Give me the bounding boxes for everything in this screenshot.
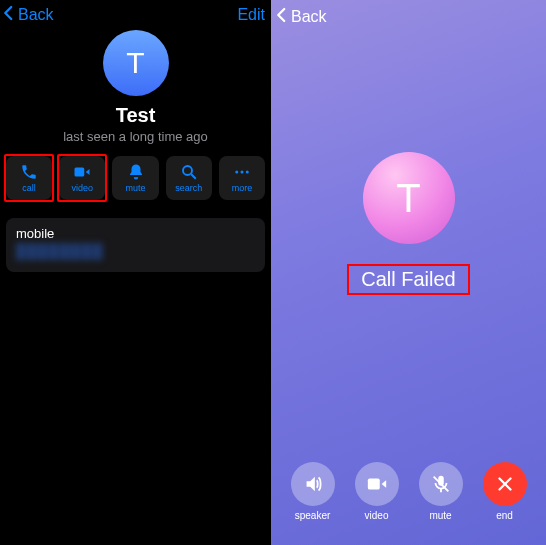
end-label: end bbox=[496, 510, 513, 521]
video-action[interactable]: video bbox=[59, 156, 105, 200]
svg-rect-0 bbox=[75, 168, 85, 177]
end-call-button[interactable] bbox=[483, 462, 527, 506]
search-icon bbox=[180, 163, 198, 181]
call-action-label: call bbox=[22, 183, 36, 193]
svg-point-4 bbox=[240, 171, 243, 174]
call-screen-pane: Back T Call Failed speaker bbox=[271, 0, 546, 545]
contact-status: last seen a long time ago bbox=[63, 129, 208, 144]
chevron-left-icon bbox=[273, 6, 291, 28]
call-back-button[interactable]: Back bbox=[271, 6, 327, 28]
mobile-field-label: mobile bbox=[16, 226, 255, 241]
more-action[interactable]: more bbox=[219, 156, 265, 200]
back-label: Back bbox=[18, 6, 54, 24]
search-action[interactable]: search bbox=[166, 156, 212, 200]
contact-profile-pane: Back Edit T Test last seen a long time a… bbox=[0, 0, 271, 545]
mobile-field[interactable]: mobile ████████ bbox=[6, 218, 265, 272]
svg-point-3 bbox=[235, 171, 238, 174]
mute-button[interactable] bbox=[419, 462, 463, 506]
video-button[interactable] bbox=[355, 462, 399, 506]
mobile-field-value: ████████ bbox=[16, 243, 103, 259]
call-nav-bar: Back bbox=[271, 0, 546, 34]
edit-button[interactable]: Edit bbox=[237, 6, 269, 24]
speaker-label: speaker bbox=[295, 510, 331, 521]
call-status-text: Call Failed bbox=[353, 266, 463, 293]
more-icon bbox=[233, 163, 251, 181]
svg-point-5 bbox=[246, 171, 249, 174]
speaker-button[interactable] bbox=[291, 462, 335, 506]
avatar-letter: T bbox=[126, 46, 144, 80]
mute-label: mute bbox=[429, 510, 451, 521]
svg-point-1 bbox=[183, 166, 192, 175]
more-action-label: more bbox=[232, 183, 253, 193]
mute-action[interactable]: mute bbox=[112, 156, 158, 200]
svg-rect-6 bbox=[367, 479, 379, 490]
call-avatar: T bbox=[363, 152, 455, 244]
video-action-label: video bbox=[72, 183, 94, 193]
video-label: video bbox=[365, 510, 389, 521]
video-icon bbox=[366, 473, 388, 495]
contact-name: Test bbox=[116, 104, 156, 127]
close-icon bbox=[494, 473, 516, 495]
mute-action-label: mute bbox=[126, 183, 146, 193]
chevron-left-icon bbox=[0, 4, 18, 26]
action-row: call video mute search bbox=[6, 156, 265, 200]
speaker-icon bbox=[302, 473, 324, 495]
contact-avatar[interactable]: T bbox=[103, 30, 169, 96]
phone-icon bbox=[20, 163, 38, 181]
call-action-row: speaker video mute bbox=[271, 462, 546, 521]
call-back-label: Back bbox=[291, 8, 327, 26]
call-action[interactable]: call bbox=[6, 156, 52, 200]
bell-icon bbox=[127, 163, 145, 181]
search-action-label: search bbox=[175, 183, 202, 193]
video-icon bbox=[73, 163, 91, 181]
call-avatar-letter: T bbox=[396, 176, 420, 221]
svg-line-2 bbox=[191, 174, 196, 179]
back-button[interactable]: Back bbox=[0, 4, 54, 26]
microphone-off-icon bbox=[430, 473, 452, 495]
nav-bar: Back Edit bbox=[0, 0, 271, 30]
